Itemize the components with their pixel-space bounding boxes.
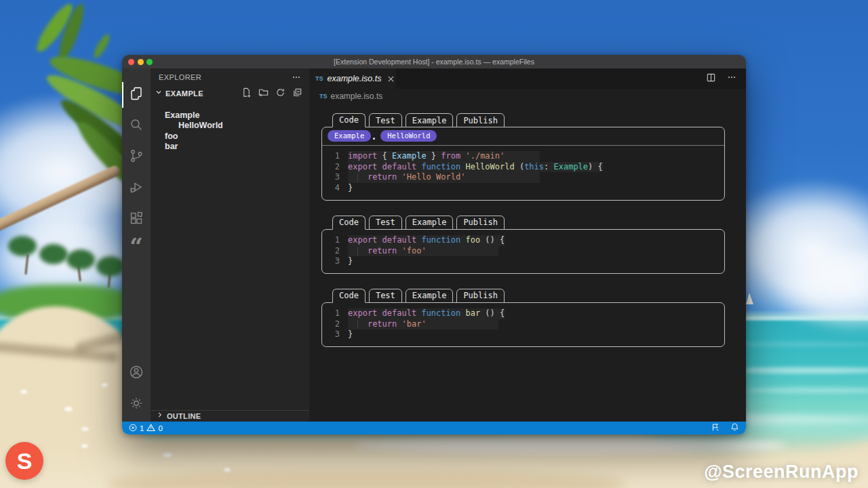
wallpaper-distant-palm — [66, 249, 95, 270]
activity-comments[interactable]: “ — [122, 235, 151, 266]
new-file-button[interactable] — [241, 87, 252, 100]
symbol-badge-row: ExampleHelloWorld — [322, 127, 724, 146]
tree-item-foo[interactable]: foo — [151, 131, 309, 142]
line-number: 2 — [322, 162, 340, 173]
code-token: Example — [554, 162, 589, 171]
feedback-icon[interactable] — [711, 422, 720, 434]
activity-run-debug[interactable] — [122, 173, 151, 204]
explorer-section-header[interactable]: EXAMPLE — [151, 86, 309, 101]
search-icon — [128, 117, 144, 136]
split-editor-button[interactable] — [706, 73, 716, 85]
activity-account[interactable] — [122, 358, 151, 389]
activity-search[interactable] — [122, 110, 151, 142]
wallpaper-shore-foam — [353, 438, 787, 453]
line-number: 3 — [322, 329, 340, 340]
activity-settings[interactable] — [122, 389, 151, 420]
tree-item-label: foo — [165, 131, 178, 141]
refresh-button[interactable] — [275, 87, 285, 100]
code-line[interactable]: 4} — [322, 183, 724, 194]
notifications-bell-icon[interactable] — [730, 422, 739, 434]
close-window-button[interactable] — [128, 59, 134, 65]
code-line[interactable]: 3} — [322, 329, 724, 340]
code-line[interactable]: 1export default function foo () { — [322, 235, 724, 246]
code-line[interactable]: 2 return 'bar' — [322, 319, 724, 330]
cell-2-tab-code[interactable]: Code — [332, 289, 366, 303]
code-token: this — [524, 162, 544, 171]
wallpaper-distant-palm — [96, 256, 125, 277]
problems-status-item[interactable]: 1 0 — [129, 424, 163, 433]
code-line[interactable]: 2export default function HelloWorld (thi… — [322, 162, 724, 173]
tree-item-bar[interactable]: bar — [151, 142, 309, 152]
wallpaper-pebble — [81, 427, 89, 431]
activity-source-control[interactable] — [122, 142, 151, 173]
debug-icon — [128, 179, 144, 198]
cell-2-tab-test[interactable]: Test — [369, 289, 402, 303]
tree-item-example[interactable]: Example — [151, 110, 309, 121]
explorer-actions — [241, 87, 302, 100]
editor-tab-example-iso-ts[interactable]: TS example.iso.ts — [309, 68, 397, 89]
code-token: 'bar' — [402, 319, 427, 329]
minimize-window-button[interactable] — [138, 59, 144, 65]
code-token: export — [348, 235, 377, 245]
outline-section-header[interactable]: OUTLINE — [151, 410, 309, 422]
quote-icon: “ — [130, 243, 143, 259]
activity-extensions[interactable] — [122, 204, 151, 235]
cell-0-tab-test[interactable]: Test — [369, 113, 402, 127]
cell-0-tab-publish[interactable]: Publish — [456, 113, 505, 127]
code-token: export — [348, 162, 377, 171]
cell-1-tab-example[interactable]: Example — [406, 216, 454, 230]
cell-1-tab-code[interactable]: Code — [332, 216, 366, 230]
code-line[interactable]: 2 return 'foo' — [322, 246, 724, 257]
code-line[interactable]: 1import { Example } from './main' — [322, 151, 724, 162]
code-token — [397, 172, 401, 182]
code-editor-area: 1export default function foo () {2 retur… — [322, 230, 724, 273]
error-icon — [129, 424, 137, 433]
cell-0-tab-code[interactable]: Code — [332, 113, 366, 127]
code-token — [397, 246, 401, 256]
code-token: 'foo' — [402, 246, 427, 256]
tree-item-helloworld[interactable]: HelloWorld — [151, 121, 309, 131]
cell-2-tab-example[interactable]: Example — [406, 289, 454, 303]
account-icon — [128, 364, 144, 383]
cell-2-tab-publish[interactable]: Publish — [456, 289, 505, 303]
typescript-file-icon: TS — [319, 93, 328, 100]
tree-item-label: bar — [165, 142, 178, 151]
sidebar-title: EXPLORER — [159, 73, 201, 81]
title-bar[interactable]: [Extension Development Host] - example.i… — [122, 55, 746, 68]
collapse-folders-button[interactable] — [292, 87, 302, 100]
wallpaper-pebble — [163, 453, 172, 458]
code-token: default — [382, 162, 417, 171]
editor-actions — [706, 68, 746, 89]
more-actions-button[interactable] — [727, 73, 736, 85]
code-token — [377, 308, 382, 318]
cell-0-tab-example[interactable]: Example — [406, 113, 454, 127]
code-editor-area: 1import { Example } from './main'2export… — [322, 146, 724, 200]
code-line-text: } — [348, 329, 353, 340]
wallpaper-wet-sand — [108, 471, 624, 488]
indent-guide — [357, 173, 358, 182]
screenrun-logo-letter: S — [17, 448, 33, 474]
wallpaper-pebble — [20, 390, 27, 394]
views-more-actions-button[interactable] — [292, 73, 301, 82]
breadcrumb[interactable]: TS example.iso.ts — [309, 89, 746, 104]
code-token: HelloWorld — [465, 162, 514, 171]
cell-tab-bar: CodeTestExamplePublish — [332, 113, 725, 127]
new-folder-button[interactable] — [258, 87, 269, 100]
code-token: ) { — [588, 162, 603, 171]
zoom-window-button[interactable] — [146, 59, 153, 65]
symbol-badge-helloworld[interactable]: HelloWorld — [380, 130, 437, 142]
code-line[interactable]: 3} — [322, 256, 724, 267]
cell-1-tab-test[interactable]: Test — [369, 216, 402, 230]
code-line[interactable]: 3 return 'Hello World' — [322, 172, 724, 183]
code-line[interactable]: 1export default function bar () { — [322, 308, 724, 319]
code-cell-1: CodeTestExamplePublish1export default fu… — [321, 216, 725, 274]
traffic-lights — [128, 59, 153, 65]
code-token: Example — [392, 151, 427, 161]
activity-explorer[interactable] — [122, 79, 151, 110]
symbol-badge-example[interactable]: Example — [328, 130, 371, 142]
code-token: from — [441, 151, 460, 161]
close-tab-button[interactable] — [388, 76, 394, 82]
code-token: { — [377, 151, 392, 161]
code-token: ( — [515, 162, 524, 171]
cell-1-tab-publish[interactable]: Publish — [456, 216, 505, 230]
